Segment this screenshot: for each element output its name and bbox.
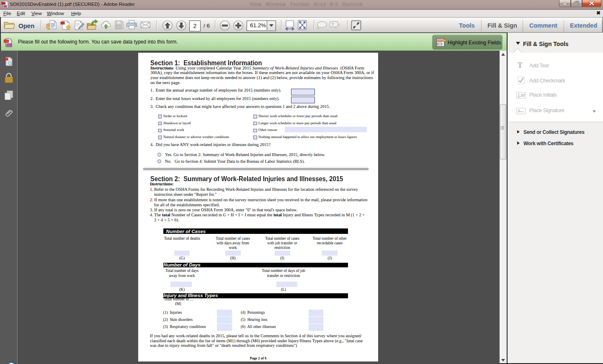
svg-text:T: T <box>331 22 335 27</box>
